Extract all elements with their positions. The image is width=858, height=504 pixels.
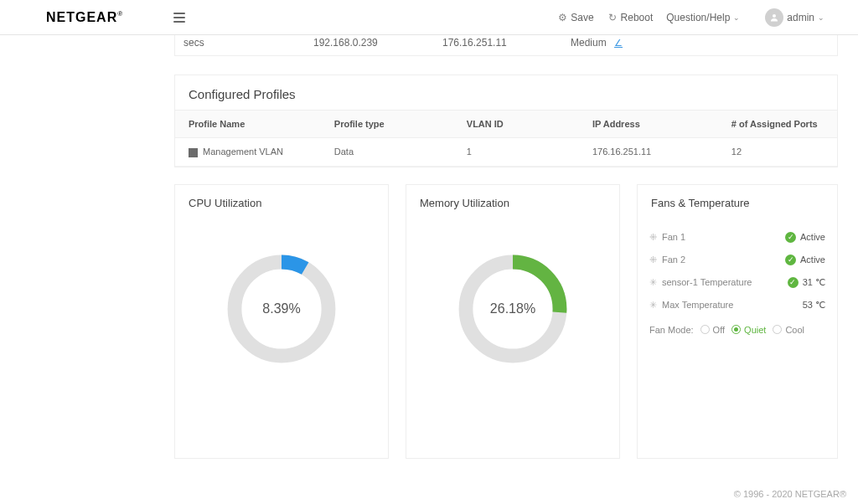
fan-icon: ⁜: [649, 232, 657, 243]
header-actions: ⚙ Save ↻ Reboot Question/Help ⌄ admin ⌄: [557, 8, 824, 27]
avatar-icon: [765, 8, 783, 27]
copyright-footer: © 1996 - 2020 NETGEAR®: [734, 489, 846, 499]
reboot-label: Reboot: [621, 12, 654, 23]
profile-name-cell: Management VLAN: [203, 147, 283, 157]
table-row[interactable]: Management VLAN Data 1 176.16.251.11 12: [175, 138, 837, 167]
save-label: Save: [571, 12, 593, 23]
memory-donut-chart: 26.18%: [454, 250, 571, 368]
fan-mode-off[interactable]: Off: [700, 325, 725, 335]
status-info-row: secs 192.168.0.239 176.16.251.11 Medium …: [174, 35, 838, 56]
ip1-value: 192.168.0.239: [313, 37, 442, 49]
profile-vlan-cell: 1: [453, 138, 579, 167]
fan-mode-cool[interactable]: Cool: [773, 325, 804, 335]
user-menu[interactable]: admin ⌄: [765, 8, 824, 27]
widgets-row: CPU Utilization 8.39% Memory Utilization: [174, 184, 838, 459]
profiles-table: Profile Name Profile type VLAN ID IP Add…: [175, 110, 837, 167]
fans-temperature-widget: Fans & Temperature ⁜Fan 1 ✓Active ⁜Fan 2…: [637, 184, 838, 459]
profiles-title: Configured Profiles: [175, 75, 837, 110]
username-label: admin: [787, 12, 814, 23]
logo: NETGEAR: [46, 10, 123, 25]
uptime-value: secs: [183, 37, 313, 49]
col-vlan-id: VLAN ID: [453, 111, 579, 138]
radio-icon: [700, 325, 710, 334]
cpu-title: CPU Utilization: [175, 185, 388, 221]
fan-2-row: ⁜Fan 2 ✓Active: [649, 249, 825, 271]
thermometer-icon: ✳: [649, 277, 657, 288]
main-content: secs 192.168.0.239 176.16.251.11 Medium …: [0, 35, 858, 459]
profile-ip-cell: 176.16.251.11: [579, 138, 718, 167]
radio-icon: [773, 325, 782, 334]
configured-profiles-card: Configured Profiles Profile Name Profile…: [174, 75, 838, 167]
fan-1-row: ⁜Fan 1 ✓Active: [649, 226, 825, 249]
memory-percent-label: 26.18%: [454, 250, 571, 368]
cpu-donut-chart: 8.39%: [223, 250, 340, 368]
cpu-percent-label: 8.39%: [223, 250, 340, 368]
gear-icon: ⚙: [557, 13, 567, 23]
help-label: Question/Help: [666, 12, 730, 23]
cpu-utilization-widget: CPU Utilization 8.39%: [174, 184, 389, 459]
chevron-down-icon: ⌄: [733, 13, 740, 22]
fans-title: Fans & Temperature: [638, 185, 837, 221]
radio-icon: [731, 325, 741, 334]
help-dropdown[interactable]: Question/Help ⌄: [666, 12, 740, 23]
memory-title: Memory Utilization: [406, 185, 619, 221]
reboot-button[interactable]: ↻ Reboot: [607, 12, 654, 23]
save-button[interactable]: ⚙ Save: [557, 12, 593, 23]
check-icon: ✓: [785, 255, 796, 265]
check-icon: ✓: [785, 232, 796, 243]
check-icon: ✓: [788, 277, 799, 288]
reload-icon: ↻: [607, 13, 618, 23]
fan-mode-quiet[interactable]: Quiet: [731, 325, 766, 335]
svg-point-0: [773, 14, 776, 18]
chevron-down-icon: ⌄: [818, 13, 824, 22]
col-assigned-ports: # of Assigned Ports: [718, 111, 837, 138]
fan-mode-row: Fan Mode: Off Quiet Cool: [649, 316, 825, 335]
level-value: Medium ∠: [571, 37, 673, 49]
col-profile-name: Profile Name: [175, 111, 321, 138]
edit-icon[interactable]: ∠: [614, 38, 623, 48]
sensor-1-row: ✳sensor-1 Temperature ✓31 ℃: [649, 271, 825, 294]
col-ip-address: IP Address: [579, 111, 718, 138]
fan-icon: ⁜: [649, 255, 657, 265]
profile-color-swatch: [189, 148, 198, 157]
thermometer-icon: ✳: [649, 300, 657, 311]
fan-mode-label: Fan Mode:: [649, 325, 694, 335]
menu-toggle-icon[interactable]: [173, 13, 185, 23]
memory-utilization-widget: Memory Utilization 26.18%: [406, 184, 620, 459]
max-temp-row: ✳Max Temperature 53 ℃: [649, 294, 825, 316]
app-header: NETGEAR ⚙ Save ↻ Reboot Question/Help ⌄ …: [0, 0, 858, 35]
col-profile-type: Profile type: [321, 111, 453, 138]
profile-ports-cell: 12: [718, 138, 837, 167]
ip2-value: 176.16.251.11: [442, 37, 571, 49]
profile-type-cell: Data: [321, 138, 453, 167]
